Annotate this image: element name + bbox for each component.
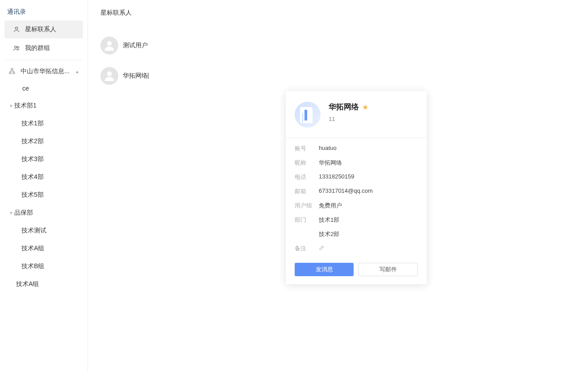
org-name: 中山市华拓信息... — [21, 67, 70, 75]
people-icon — [13, 44, 21, 52]
field-value: 673317014@qq.com — [319, 187, 373, 195]
svg-point-1 — [15, 46, 17, 48]
card-header: 华拓网络 ★ 11 — [286, 91, 427, 137]
nav-groups-label: 我的群组 — [25, 44, 50, 52]
contact-card: 华拓网络 ★ 11 账号 huatuo 昵称 华拓网络 电话 133182501… — [286, 91, 427, 284]
sidebar: 通讯录 星标联系人 我的群组 中山市华拓信息... ▲ ce ▼ 技术部1 技术… — [0, 0, 88, 373]
contact-row[interactable]: 华拓网络 — [100, 61, 575, 91]
contact-name: 测试用户 — [123, 41, 148, 50]
tree-qa-2[interactable]: 技术A组 — [0, 240, 88, 257]
contact-row[interactable]: 测试用户 — [100, 30, 575, 61]
main-title: 星标联系人 — [100, 9, 575, 17]
tree-techA[interactable]: 技术A组 — [0, 275, 88, 293]
field-value: huatuo — [319, 145, 337, 153]
edit-icon[interactable] — [319, 245, 325, 253]
field-account: 账号 huatuo — [286, 141, 427, 156]
divider — [4, 60, 83, 60]
tree-tech1[interactable]: ▼ 技术部1 — [0, 97, 88, 115]
send-message-button[interactable]: 发消息 — [295, 263, 354, 276]
org-root[interactable]: 中山市华拓信息... ▲ — [0, 63, 88, 80]
tree-tech1-3[interactable]: 技术3部 — [0, 150, 88, 168]
tree-tech1-label: 技术部1 — [14, 102, 37, 110]
tree-tech1-4[interactable]: 技术4部 — [0, 168, 88, 186]
field-value: 技术2部 — [319, 230, 339, 238]
star-icon[interactable]: ★ — [363, 104, 368, 111]
svg-point-6 — [107, 41, 112, 46]
field-label: 备注 — [295, 245, 319, 253]
card-body: 账号 huatuo 昵称 华拓网络 电话 13318250159 邮箱 6733… — [286, 137, 427, 256]
chevron-up-icon: ▲ — [75, 69, 79, 74]
svg-rect-5 — [13, 72, 15, 74]
card-name-text: 华拓网络 — [329, 102, 359, 112]
tree-tech1-1[interactable]: 技术1部 — [0, 115, 88, 133]
tree-tech1-2[interactable]: 技术2部 — [0, 133, 88, 150]
caret-down-icon: ▼ — [8, 104, 14, 108]
svg-rect-3 — [11, 68, 13, 70]
caret-down-icon: ▼ — [8, 211, 14, 216]
org-icon — [8, 67, 16, 75]
tree-qa-1[interactable]: 技术测试 — [0, 222, 88, 240]
tree-qa[interactable]: ▼ 品保部 — [0, 204, 88, 222]
field-usergroup: 用户组 免费用户 — [286, 199, 427, 213]
field-value: 华拓网络 — [319, 159, 342, 167]
field-label: 部门 — [295, 216, 319, 224]
field-label: 账号 — [295, 145, 319, 153]
contact-name: 华拓网络 — [123, 72, 149, 80]
field-label: 电话 — [295, 173, 319, 181]
spacer — [295, 230, 319, 238]
svg-point-7 — [107, 71, 112, 76]
tree-qa-label: 品保部 — [14, 209, 33, 217]
tree-tech1-5[interactable]: 技术5部 — [0, 186, 88, 204]
nav-groups[interactable]: 我的群组 — [4, 39, 83, 57]
tree-qa-3[interactable]: 技术B组 — [0, 257, 88, 275]
tree-techA-label: 技术A组 — [16, 280, 39, 288]
tree-ce[interactable]: ce — [0, 80, 88, 97]
field-label: 用户组 — [295, 202, 319, 210]
field-value: 免费用户 — [319, 202, 342, 210]
avatar — [100, 67, 118, 85]
write-mail-button[interactable]: 写邮件 — [358, 263, 418, 276]
avatar — [100, 37, 118, 54]
card-footer: 发消息 写邮件 — [286, 256, 427, 284]
person-icon — [13, 25, 21, 33]
svg-point-2 — [17, 46, 19, 48]
field-value: 13318250159 — [319, 173, 354, 181]
sidebar-title: 通讯录 — [0, 4, 88, 20]
card-sub: 11 — [329, 116, 368, 122]
field-phone: 电话 13318250159 — [286, 170, 427, 184]
svg-point-0 — [15, 27, 17, 29]
svg-rect-4 — [9, 72, 11, 74]
field-dept2: 技术2部 — [286, 227, 427, 241]
field-nickname: 昵称 华拓网络 — [286, 156, 427, 170]
field-value: 技术1部 — [319, 216, 339, 224]
tree-ce-label: ce — [22, 85, 29, 92]
field-label: 昵称 — [295, 159, 319, 167]
nav-starred-label: 星标联系人 — [25, 25, 56, 33]
nav-starred[interactable]: 星标联系人 — [4, 21, 83, 38]
field-note: 备注 — [286, 241, 427, 256]
field-email: 邮箱 673317014@qq.com — [286, 184, 427, 199]
card-name: 华拓网络 ★ — [329, 102, 368, 112]
field-dept: 部门 技术1部 — [286, 213, 427, 227]
field-label: 邮箱 — [295, 187, 319, 195]
card-avatar — [295, 102, 321, 128]
